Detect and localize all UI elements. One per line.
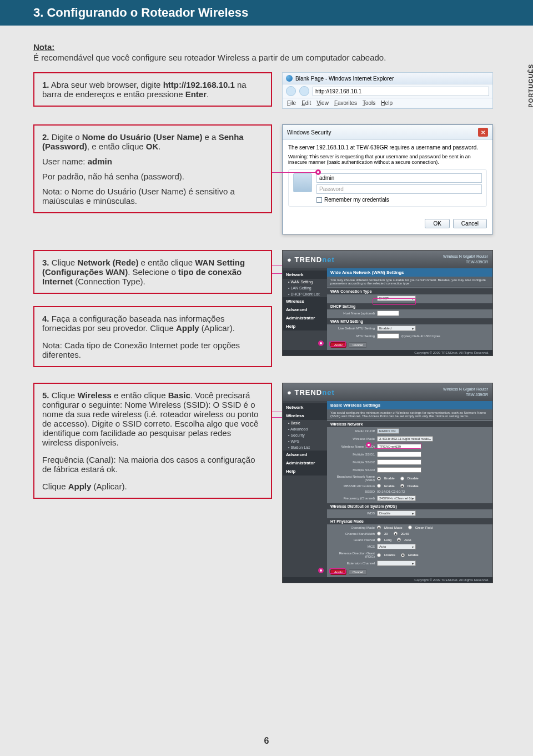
brand-logo: ● TRENDnet	[287, 256, 335, 264]
nav-network[interactable]: Network	[283, 271, 327, 279]
mssid2-field[interactable]	[377, 459, 421, 465]
nav2-admin[interactable]: Administrator	[283, 459, 327, 467]
cancel-button-router[interactable]: Cancel	[349, 342, 367, 348]
step-1: 1. Abra seur web browser, digite http://…	[33, 72, 272, 107]
step-4: 4. Faça a configuração baseada nas infor…	[33, 306, 272, 367]
back-button[interactable]	[286, 86, 296, 96]
menu-edit[interactable]: Edit	[301, 100, 311, 106]
nav-wireless[interactable]: Wireless	[283, 297, 327, 306]
router-wireless-page: ● TRENDnet Wireless N Gigabit RouterTEW-…	[282, 383, 493, 583]
avatar-icon	[293, 173, 312, 192]
nav-admin[interactable]: Administrator	[283, 314, 327, 322]
nav-advanced[interactable]: Advanced	[283, 306, 327, 314]
menu-view[interactable]: View	[316, 100, 329, 106]
step-5: 5. Clique Wireless e então clique Basic.…	[33, 383, 272, 499]
freq-select[interactable]: 2437MHz (Channel 6)▾	[377, 495, 416, 501]
close-icon[interactable]: ✕	[478, 128, 488, 137]
nav2-security[interactable]: • Security	[283, 432, 327, 438]
conn-type-select[interactable]: DHCP▾	[377, 296, 416, 301]
nav-dhcp[interactable]: • DHCP Client List	[283, 291, 327, 297]
nav2-station[interactable]: • Station List	[283, 444, 327, 450]
note-block: Nota: É recomendável que você configure …	[33, 42, 500, 62]
menu-tools[interactable]: Tools	[363, 100, 375, 106]
note-label: Nota:	[33, 42, 54, 52]
nav2-wireless[interactable]: Wireless	[283, 412, 327, 420]
username-field[interactable]: admin	[316, 173, 482, 183]
ok-button[interactable]: OK	[425, 219, 449, 228]
page-number: 6	[264, 736, 269, 746]
router-wan-page: ● TRENDnet Wireless N Gigabit RouterTEW-…	[282, 250, 493, 356]
nav-wan[interactable]: • WAN Setting	[283, 279, 327, 285]
step-3: 3. Clique Network (Rede) e então clique …	[33, 250, 272, 294]
nav2-advanced[interactable]: • Advanced	[283, 426, 327, 432]
menu-file[interactable]: File	[287, 100, 296, 106]
mssid1-field[interactable]	[377, 452, 421, 457]
address-bar[interactable]: http://192.168.10.1	[313, 87, 489, 96]
nav2-basic[interactable]: • Basic	[283, 420, 327, 426]
note-text: É recomendável que você configure seu ro…	[33, 53, 386, 62]
page-title-bar: 3. Configurando o Roteador Wireless	[0, 0, 533, 26]
mtu-field[interactable]	[377, 333, 399, 339]
radio-btn[interactable]: RADIO ON	[377, 428, 399, 434]
mssid3-field[interactable]	[377, 467, 421, 473]
cancel-button[interactable]: Cancel	[453, 219, 487, 228]
step-1-url: http://192.168.10.1	[163, 80, 235, 89]
nav2-help[interactable]: Help	[283, 467, 327, 475]
browser-title: Blank Page - Windows Internet Explorer	[295, 76, 394, 82]
dialog-title: Windows Security	[287, 129, 331, 136]
mtu-default-select[interactable]: Enabled▾	[377, 326, 416, 331]
menu-favorites[interactable]: Favorites	[334, 100, 357, 106]
apply-button-2[interactable]: Apply	[330, 569, 346, 575]
password-field[interactable]: Password	[316, 184, 482, 194]
cancel-button-2[interactable]: Cancel	[349, 569, 367, 575]
router-model: Wireless N Gigabit RouterTEW-639GR	[443, 254, 488, 265]
wan-panel-title: Wide Area Network (WAN) Settings	[327, 268, 492, 277]
apply-button[interactable]: Apply	[330, 342, 346, 348]
page-title: 3. Configurando o Roteador Wireless	[33, 6, 248, 19]
hostname-field[interactable]	[377, 311, 399, 316]
nav2-advanced2[interactable]: Advanced	[283, 450, 327, 459]
menu-help[interactable]: Help	[381, 100, 393, 106]
step-2: 2. Digite o Nome do Usuário (User Name) …	[33, 124, 272, 213]
ssid-field[interactable]: TRENDnet639	[377, 444, 421, 449]
nav-help[interactable]: Help	[283, 322, 327, 331]
mode-select[interactable]: 2.4GHz 802.11 b/g/n mixed mode▾	[377, 436, 433, 442]
ie-icon	[286, 75, 293, 82]
brand-logo-2: ● TRENDnet	[287, 388, 335, 397]
nav-lan[interactable]: • LAN Setting	[283, 285, 327, 291]
browser-window: Blank Page - Windows Internet Explorer h…	[282, 72, 493, 109]
remember-label: Remember my credentials	[324, 197, 389, 203]
mcs-select[interactable]: Auto▾	[377, 544, 416, 549]
nav2-network[interactable]: Network	[283, 403, 327, 412]
forward-button[interactable]	[299, 86, 309, 96]
security-dialog: Windows Security ✕ The server 192.168.10…	[282, 124, 493, 234]
browser-menu: File Edit View Favorites Tools Help	[283, 98, 492, 108]
remember-checkbox[interactable]	[316, 197, 322, 203]
dialog-msg1: The server 192.168.10.1 at TEW-639GR req…	[288, 144, 487, 151]
step-1-num: 1.	[42, 80, 49, 89]
ext-ch-select[interactable]: ▾	[377, 560, 416, 566]
wds-select[interactable]: Disable▾	[377, 510, 416, 516]
dialog-msg2: Warning: This server is requesting that …	[288, 154, 487, 165]
nav2-wps[interactable]: • WPS	[283, 438, 327, 444]
wireless-panel-title: Basic Wireless Settings	[327, 401, 492, 409]
